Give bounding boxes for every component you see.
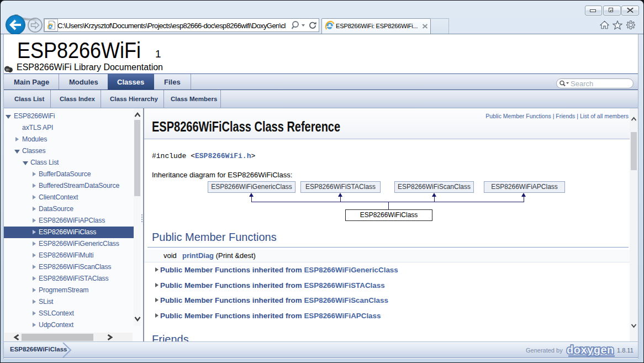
svg-text:doxygen: doxygen (567, 344, 614, 356)
svg-text:Wi: Wi (6, 68, 10, 71)
